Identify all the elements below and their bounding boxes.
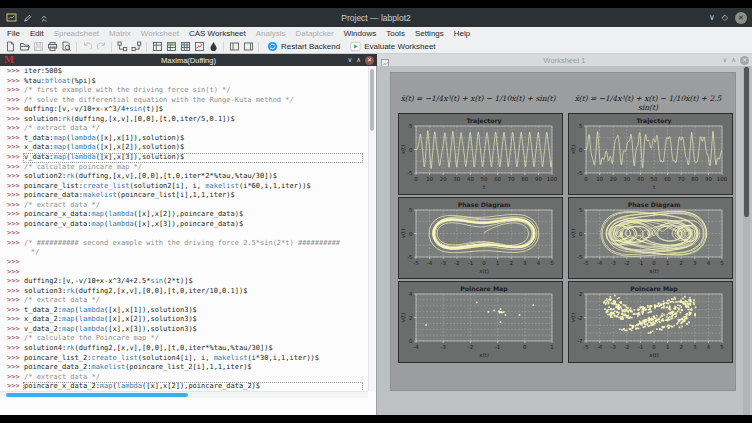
plot-phase-diagram-2[interactable]: Phase Diagram-5-4-3-2-1012345-505x(t)v(t… — [568, 197, 733, 279]
worksheet-vertical-scrollbar-thumb[interactable] — [744, 67, 749, 217]
cas-command-input[interactable]: /* extract data */ — [24, 296, 368, 306]
svg-text:-1: -1 — [638, 260, 643, 266]
worksheet-minimize-button[interactable]: ∨ — [722, 57, 727, 64]
cas-maximize-button[interactable]: ∧ — [356, 57, 361, 64]
cas-command-input[interactable]: duffing:[v,-v/10+x-x^3/4+sin(t)]$ — [24, 105, 368, 115]
cas-window-titlebar[interactable]: M Maxima(Duffing) ∨ ∧ ✕ — [0, 54, 377, 66]
worksheet-vertical-scrollbar[interactable] — [743, 66, 750, 415]
cas-command-input[interactable]: v_data:map(lambda([x],x[3]),solution)$ — [24, 153, 368, 163]
restart-backend-icon — [267, 41, 278, 52]
new-matrix-icon[interactable] — [178, 41, 192, 53]
new-spreadsheet-icon[interactable] — [164, 41, 178, 53]
cas-tree-icon[interactable] — [115, 41, 129, 53]
close-button[interactable]: ✕ — [735, 12, 747, 24]
cas-vertical-scrollbar-thumb[interactable] — [370, 69, 374, 131]
svg-text:5: 5 — [579, 123, 582, 129]
cas-command-input[interactable]: solution2:rk(duffing,[x,v],[0,0],[t,0,it… — [24, 172, 368, 182]
minimize-button[interactable]: ∨ — [709, 14, 715, 22]
cas-command-input[interactable]: v_data_2:map(lambda([x],x[3]),solution3)… — [24, 325, 368, 335]
formula-label-right[interactable]: ẍ(t) = −1/4x³(t) + x(t) − 1/10ẋ(t) + 2.5… — [565, 94, 731, 105]
cas-prompt: >>> — [0, 134, 24, 144]
cas-vertical-scrollbar[interactable] — [368, 66, 375, 391]
cas-command-input[interactable]: solution3:rk(duffing2,[x,v],[0,0],[t,0,i… — [24, 287, 368, 297]
menu-windows[interactable]: Windows — [339, 29, 381, 38]
cas-command-input[interactable]: %tau:bfloat(%pi)$ — [24, 77, 368, 87]
menu-edit[interactable]: Edit — [25, 29, 49, 38]
cas-tree-alt-icon[interactable] — [129, 41, 143, 53]
new-worksheet-icon[interactable] — [192, 41, 206, 53]
menu-datapicker: Datapicker — [291, 29, 339, 38]
worksheet-window-title: Worksheet 1 — [377, 56, 752, 65]
cas-command-input[interactable]: poincare_list:create_list(solution2[i], … — [24, 182, 368, 192]
maximize-button[interactable]: ◇ — [722, 14, 728, 22]
restart-backend-button[interactable]: Restart Backend — [262, 41, 345, 52]
cas-command-input[interactable]: poincare_x_data_2:map(lambda([x],x[2]),p… — [24, 382, 368, 391]
menu-tools[interactable]: Tools — [381, 29, 410, 38]
cas-horizontal-scrollbar-thumb[interactable] — [6, 393, 188, 397]
menu-settings[interactable]: Settings — [410, 29, 449, 38]
cas-command-row: >>>%tau:bfloat(%pi)$ — [0, 77, 368, 87]
cas-command-input[interactable]: /* extract data */ — [24, 373, 368, 383]
svg-text:80: 80 — [521, 176, 528, 182]
cas-command-input[interactable]: t_data:map(lambda([x],x[1]),solution)$ — [24, 134, 368, 144]
menu-cas-worksheet[interactable]: CAS Worksheet — [184, 29, 251, 38]
menu-help[interactable]: Help — [449, 29, 475, 38]
svg-text:1: 1 — [550, 344, 553, 350]
cas-command-input[interactable]: /* calculate the Poincare map */ — [24, 334, 368, 344]
letterbox-top — [0, 0, 752, 8]
pin-icon[interactable] — [23, 9, 33, 27]
cas-command-input[interactable]: solution4:rk(duffing2,[x,v],[0,0],[t,0,i… — [24, 344, 368, 354]
cas-command-input[interactable]: /* ########## second example with the dr… — [24, 239, 368, 249]
evaluate-worksheet-button[interactable]: Evaluate Worksheet — [345, 41, 440, 52]
svg-text:3: 3 — [693, 344, 696, 350]
cas-command-input[interactable]: */ — [24, 248, 368, 258]
plot-trajectory-2[interactable]: Trajectory0102030405060708090100-505tx(t… — [568, 113, 733, 195]
cas-command-input[interactable]: solution:rk(duffing,[x,v],[0,0],[t,0,ite… — [24, 115, 368, 125]
cas-command-input[interactable]: duffing2:[v,-v/10+x-x^3/4+2.5*sin(2*t)]$ — [24, 277, 368, 287]
cas-horizontal-scrollbar[interactable] — [0, 391, 368, 398]
cas-command-input[interactable]: t_data_2:map(lambda([x],x[1]),solution3)… — [24, 306, 368, 316]
cas-command-input[interactable]: x_data:map(lambda([x],x[2]),solution)$ — [24, 143, 368, 153]
worksheet-close-button[interactable]: ✕ — [740, 56, 749, 65]
menu-file[interactable]: File — [2, 29, 25, 38]
cas-prompt: >>> — [0, 363, 24, 373]
cas-minimize-button[interactable]: ∨ — [347, 57, 352, 64]
worksheet-maximize-button[interactable]: ∧ — [731, 57, 736, 64]
svg-text:0: 0 — [523, 344, 527, 350]
ink-note-icon[interactable] — [206, 41, 220, 53]
cas-command-input[interactable]: poincare_data_2:makelist(poincare_list_2… — [24, 363, 368, 373]
cas-command-input[interactable] — [24, 268, 368, 278]
cas-command-input[interactable]: iter:500$ — [24, 67, 368, 77]
cas-command-input[interactable]: /* extract data */ — [24, 201, 368, 211]
cas-prompt: >>> — [0, 191, 24, 201]
print-icon[interactable] — [45, 41, 59, 53]
shade-icon[interactable] — [39, 9, 49, 27]
panel-left-icon[interactable] — [227, 41, 241, 53]
cas-close-button[interactable]: ✕ — [365, 56, 374, 65]
cas-command-input[interactable] — [24, 229, 368, 239]
svg-text:-5: -5 — [583, 344, 588, 350]
screen: Project — labplot2 ∨ ◇ ✕ FileEditSpreads… — [0, 0, 752, 423]
plot-trajectory-1[interactable]: Trajectory0102030405060708090100-505tx(t… — [398, 113, 563, 195]
cas-command-input[interactable]: /* first example with the driving force … — [24, 86, 368, 96]
cas-command-input[interactable]: /* calculate poincare map */ — [24, 163, 368, 173]
cas-command-input[interactable]: poincare_data:makelist(poincare_list[i],… — [24, 191, 368, 201]
worksheet-page[interactable]: ẍ(t) = −1/4x³(t) + x(t) − 1/10ẋ(t) + sin… — [390, 72, 736, 391]
new-workbook-icon[interactable] — [150, 41, 164, 53]
cas-command-input[interactable]: poincare_v_data:map(lambda([x],x[3]),poi… — [24, 220, 368, 230]
plot-poincare-map-2[interactable]: Poincare Map-5-4-3-2-10123452-2-7x(t)v(t… — [568, 281, 733, 363]
formula-label-left[interactable]: ẍ(t) = −1/4x³(t) + x(t) − 1/10ẋ(t) + sin… — [397, 94, 559, 105]
cas-command-input[interactable]: x_data_2:map(lambda([x],x[2]),solution3)… — [24, 315, 368, 325]
print-preview-icon[interactable] — [59, 41, 73, 53]
cas-command-input[interactable]: poincare_list_2:create_list(solution4[i]… — [24, 354, 368, 364]
cas-command-input[interactable]: poincare_x_data:map(lambda([x],x[2]),poi… — [24, 210, 368, 220]
cas-command-input[interactable]: /* extract data */ — [24, 124, 368, 134]
plot-phase-diagram-1[interactable]: Phase Diagram-5-4-3-2-1012345-505x(t)v(t… — [398, 197, 563, 279]
cas-command-input[interactable]: /* solve the differential equation with … — [24, 96, 368, 106]
open-document-icon[interactable] — [17, 41, 31, 53]
plot-poincare-map-1[interactable]: Poincare Map-4-3-2-101024x(t)v(t) — [398, 281, 563, 363]
svg-text:Phase Diagram: Phase Diagram — [628, 201, 681, 209]
new-document-icon[interactable] — [3, 41, 17, 53]
cas-command-input[interactable] — [24, 258, 368, 268]
panel-right-icon[interactable] — [241, 41, 255, 53]
